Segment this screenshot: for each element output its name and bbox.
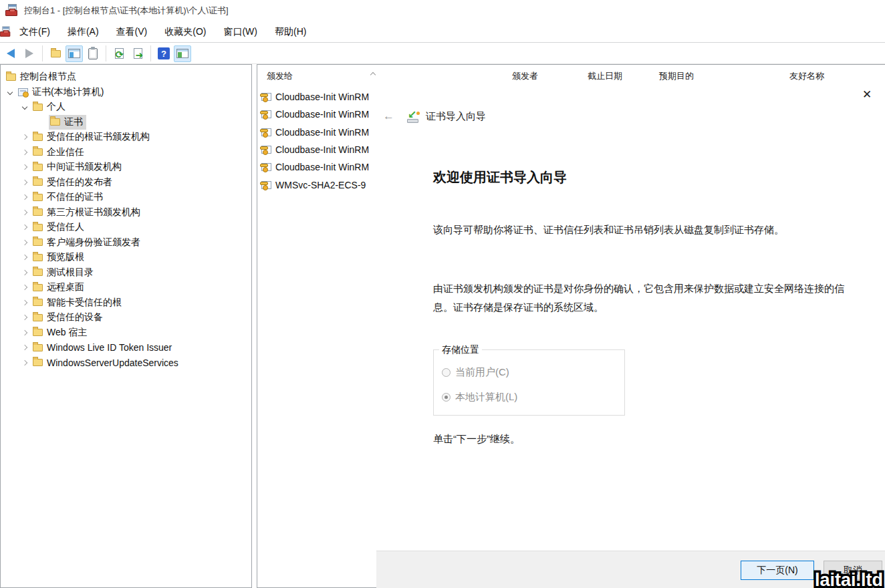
- action-pane-toggle-button[interactable]: [174, 45, 191, 62]
- certificate-rows: Cloudbase-Init WinRM Cloudbase-Init WinR…: [261, 88, 369, 194]
- chevron-down-icon[interactable]: [7, 90, 13, 95]
- chevron-right-icon[interactable]: [22, 315, 27, 320]
- tree-item-certificates-local[interactable]: 证书(本地计算机): [1, 85, 251, 100]
- tree-item-certificates[interactable]: 证书: [1, 115, 251, 130]
- radio-local-machine[interactable]: 本地计算机(L): [442, 391, 517, 404]
- menu-favorites[interactable]: 收藏夹(O): [158, 23, 212, 41]
- certificate-row[interactable]: Cloudbase-Init WinRM: [261, 141, 369, 158]
- wizard-back-icon[interactable]: ←: [383, 110, 400, 123]
- radio-selected-icon[interactable]: [442, 393, 451, 402]
- properties-button[interactable]: [84, 45, 102, 62]
- tree-item-test-roots[interactable]: 测试根目录: [1, 265, 251, 281]
- tree-item-personal[interactable]: 个人: [1, 100, 251, 115]
- menu-action[interactable]: 操作(A): [61, 23, 105, 41]
- folder-icon: [33, 269, 43, 276]
- chevron-down-icon[interactable]: [22, 104, 27, 110]
- tree-item-trusted-devices[interactable]: 受信任的设备: [1, 310, 251, 325]
- chevron-right-icon[interactable]: [22, 180, 27, 185]
- console-tree-toggle-button[interactable]: [66, 45, 83, 62]
- clipboard-icon: [88, 48, 98, 59]
- up-one-level-button[interactable]: [47, 45, 64, 62]
- tree-item-third-party-root-ca[interactable]: 第三方根证书颁发机构: [1, 205, 251, 220]
- chevron-right-icon[interactable]: [22, 150, 27, 155]
- chevron-right-icon[interactable]: [22, 225, 27, 230]
- chevron-right-icon[interactable]: [22, 194, 27, 200]
- close-icon[interactable]: ✕: [858, 86, 876, 103]
- refresh-button[interactable]: ⟳: [110, 45, 128, 62]
- up-folder-icon: [51, 50, 61, 57]
- tree-item-windows-live-id[interactable]: Windows Live ID Token Issuer: [1, 340, 251, 355]
- tree-item-web-hosting[interactable]: Web 宿主: [1, 325, 251, 341]
- chevron-right-icon[interactable]: [22, 210, 27, 215]
- tree-item-smartcard-trusted-roots[interactable]: 智能卡受信任的根: [1, 295, 251, 311]
- menu-file[interactable]: 文件(F): [13, 23, 56, 41]
- chevron-right-icon[interactable]: [22, 345, 27, 350]
- certificate-icon: [261, 128, 271, 136]
- tree-item-remote-desktop[interactable]: 远程桌面: [1, 280, 251, 295]
- chevron-right-icon[interactable]: [22, 164, 27, 170]
- mmc-window: 控制台1 - [控制台根节点\证书(本地计算机)\个人\证书] 文件(F) 操作…: [0, 0, 885, 588]
- back-button[interactable]: [2, 45, 19, 62]
- toolbar-separator: [42, 45, 43, 61]
- certificate-store-icon: [18, 88, 28, 96]
- chevron-right-icon[interactable]: [22, 134, 27, 140]
- forward-button[interactable]: [21, 45, 38, 62]
- certificate-row[interactable]: WMSvc-SHA2-ECS-9: [261, 176, 369, 193]
- menu-help[interactable]: 帮助(H): [269, 23, 312, 41]
- certificate-icon: [261, 181, 271, 189]
- wizard-welcome-title: 欢迎使用证书导入向导: [433, 168, 567, 186]
- tree-item-wsus[interactable]: WindowsServerUpdateServices: [1, 355, 251, 371]
- mmc-child-window-icon[interactable]: [0, 26, 11, 37]
- folder-icon: [33, 104, 43, 111]
- wizard-footer: 下一页(N) 取消: [376, 551, 885, 588]
- wizard-intro-text: 该向导可帮助你将证书、证书信任列表和证书吊销列表从磁盘复制到证书存储。: [433, 224, 851, 237]
- chevron-right-icon[interactable]: [22, 360, 27, 365]
- chevron-right-icon[interactable]: [22, 330, 27, 335]
- chevron-right-icon[interactable]: [22, 255, 27, 260]
- tree-item-trusted-publishers[interactable]: 受信任的发布者: [1, 175, 251, 190]
- folder-icon: [33, 194, 43, 201]
- certificate-row[interactable]: Cloudbase-Init WinRM: [261, 124, 369, 141]
- tree-item-untrusted-certificates[interactable]: 不信任的证书: [1, 190, 251, 205]
- folder-icon: [33, 224, 43, 231]
- toolbar-separator: [150, 45, 151, 61]
- folder-icon: [33, 299, 43, 306]
- folder-icon: [33, 284, 43, 291]
- toolbar: ⟳ ➜ ?: [0, 43, 885, 64]
- certificate-row[interactable]: Cloudbase-Init WinRM: [261, 158, 369, 176]
- menu-window[interactable]: 窗口(W): [217, 23, 263, 41]
- export-list-button[interactable]: ➜: [129, 45, 146, 62]
- back-icon: [7, 49, 15, 58]
- certificate-import-wizard: ✕ ← ↙ 证书导入向导 欢迎使用证书导入向导 该向导可帮助你将证书、证书信任列…: [376, 80, 885, 588]
- column-issued-to[interactable]: 颁发给: [267, 70, 293, 82]
- tree-item-trusted-people[interactable]: 受信任人: [1, 220, 251, 235]
- wizard-continue-hint: 单击“下一步”继续。: [433, 433, 520, 446]
- chevron-right-icon[interactable]: [22, 300, 27, 305]
- menu-view[interactable]: 查看(V): [110, 23, 154, 41]
- radio-current-user[interactable]: 当前用户(C): [442, 366, 509, 379]
- chevron-right-icon[interactable]: [22, 285, 27, 290]
- help-button[interactable]: ?: [155, 45, 172, 62]
- folder-icon: [33, 344, 43, 351]
- help-icon: ?: [158, 47, 170, 59]
- tree-item-trusted-root-ca[interactable]: 受信任的根证书颁发机构: [1, 130, 251, 145]
- tree-item-intermediate-ca[interactable]: 中间证书颁发机构: [1, 160, 251, 175]
- tree-item-client-auth-issuers[interactable]: 客户端身份验证颁发者: [1, 235, 251, 251]
- radio-icon[interactable]: [442, 368, 451, 377]
- sort-ascending-icon: [371, 67, 375, 80]
- certificate-icon: [261, 146, 271, 154]
- tree-item-preview-build-roots[interactable]: 预览版根: [1, 250, 251, 265]
- tree-item-console-root[interactable]: 控制台根节点: [1, 69, 251, 85]
- chevron-right-icon[interactable]: [22, 270, 27, 275]
- tree-item-enterprise-trust[interactable]: 企业信任: [1, 145, 251, 160]
- mmc-console-icon: [5, 4, 19, 17]
- certificate-row[interactable]: Cloudbase-Init WinRM: [261, 106, 369, 123]
- chevron-right-icon[interactable]: [22, 240, 27, 245]
- folder-icon: [33, 329, 43, 336]
- toolbar-separator: [106, 45, 106, 61]
- watermark: laitai.ltd laitai.ltd: [815, 570, 883, 588]
- folder-icon: [33, 148, 43, 156]
- certificate-row[interactable]: Cloudbase-Init WinRM: [261, 88, 369, 106]
- next-button[interactable]: 下一页(N): [741, 561, 814, 580]
- export-list-icon: ➜: [134, 48, 142, 59]
